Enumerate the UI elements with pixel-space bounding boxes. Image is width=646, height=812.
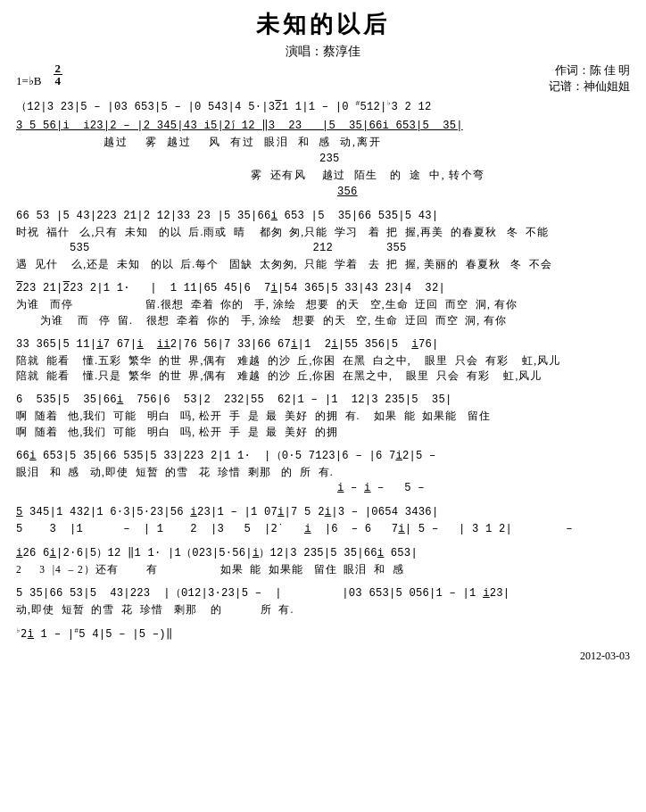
notation-2b: 235: [319, 151, 630, 168]
notation-4: 223 21|223 2|1 1· | 1 11|65 45|6 7i|54 3…: [16, 280, 630, 297]
lyric-3a: 时祝 福什 么,只有 未知 的以 后.雨或 晴 都匆 匆,只能 学习 着 把 握…: [16, 225, 630, 241]
music-row-9: i26 6i|2·6|5）12 ‖1 1· |1（023|5·56|i）12|3…: [16, 545, 630, 578]
notation-8a: 5 345|1 432|1 6·3|5·23|56 i23|1 – |1 07i…: [16, 504, 630, 521]
notation-10: 5 35|66 53|5 43|223 |（012|3·23|5 – | |03…: [16, 585, 630, 602]
notation-2: 3 5 56|i i23|2 – |2 345|43 i5|2̇）12 ‖3 2…: [16, 118, 630, 135]
lyric-4b: 为谁 而 停 留. 很想 牵着 你的 手, 涂绘 想要 的天 空, 生命 迂回 …: [16, 313, 630, 329]
lyric-7: 眼泪 和 感 动,即使 短暂 的雪 花 珍惜 剩那 的 所 有.: [16, 465, 630, 481]
performer-line: 演唱：蔡淳佳: [16, 43, 630, 61]
meta-row: 1=♭B 2 4 作词：陈 佳 明 记谱：神仙姐姐: [16, 62, 630, 95]
music-row-3: 66 53 |5 43|223 21|2 12|33 23 |5 35|66i …: [16, 208, 630, 273]
lyric-2: 越过 雾 越过 风 有过 眼泪 和 感 动,离开: [16, 135, 630, 151]
composer-line: 作词：陈 佳 明: [549, 62, 630, 79]
time-signature: 2 4: [54, 62, 63, 90]
notation-11: ♭2̇i 1 – |#5 4|5 – |5 –)‖: [16, 626, 630, 643]
music-row-4: 223 21|223 2|1 1· | 1 11|65 45|6 7i|54 3…: [16, 280, 630, 329]
key-time: 1=♭B 2 4: [16, 62, 62, 95]
music-row-2: 3 5 56|i i23|2 – |2 345|43 i5|2̇）12 ‖3 2…: [16, 118, 630, 200]
song-title: 未知的以后: [16, 9, 630, 41]
notation-2c: 356: [337, 184, 630, 201]
score-container: 未知的以后 演唱：蔡淳佳 1=♭B 2 4 作词：陈 佳 明 记谱：神仙姐姐 （…: [16, 9, 630, 663]
key-label: 1=♭B: [16, 74, 42, 87]
transcriber-line: 记谱：神仙姐姐: [549, 79, 630, 95]
music-row-6: 6 535|5 35|66i 756|6 53|2 232|55 62|1 – …: [16, 392, 630, 441]
lyric-10: 动,即使 短暂 的雪 花 珍惜 剩那 的 所 有.: [16, 602, 630, 618]
lyric-4a: 为谁 而停 留.很想 牵着 你的 手, 涂绘 想要 的天 空,生命 迂回 而空 …: [16, 297, 630, 313]
lyric-2b: 雾 还有风 越过 陌生 的 途 中, 转个弯: [16, 168, 630, 184]
lyric-6b: 啊 随着 他,我们 可能 明白 吗, 松开 手 是 最 美好 的拥: [16, 425, 630, 441]
lyric-3b: 遇 见什 么,还是 未知 的以 后.每个 固缺 太匆匆, 只能 学着 去 把 握…: [16, 257, 630, 273]
date-line: 2012-03-03: [16, 649, 630, 664]
notation-7b: i – i – 5 –: [337, 480, 630, 497]
music-row-5: 33 365|5 11|i7 67|i ii2|76 56|7 33|66 67…: [16, 336, 630, 385]
music-row-10: 5 35|66 53|5 43|223 |（012|3·23|5 – | |03…: [16, 585, 630, 618]
composer-transcriber: 作词：陈 佳 明 记谱：神仙姐姐: [549, 62, 630, 95]
music-row-11: ♭2̇i 1 – |#5 4|5 – |5 –)‖: [16, 626, 630, 643]
notation-8b: 5 3 |1 – | 1 2 |3 5 |2̇ i |6 – 6 7i| 5 –…: [16, 521, 630, 538]
music-row-1: （12|3 23|5 – |03 653|5 – |0 543|4 5·|321…: [16, 98, 630, 116]
notation-7: 66i 653|5 35|66 535|5 33|223 2|1 1· |（0·…: [16, 448, 630, 465]
notation-3: 66 53 |5 43|223 21|2 12|33 23 |5 35|66i …: [16, 208, 630, 225]
notation-1: （12|3 23|5 – |03 653|5 – |0 543|4 5·|321…: [16, 98, 630, 116]
notation-5: 33 365|5 11|i7 67|i ii2|76 56|7 33|66 67…: [16, 336, 630, 353]
notation-3b: 535212355: [70, 240, 630, 257]
score-body: （12|3 23|5 – |03 653|5 – |0 543|4 5·|321…: [16, 98, 630, 642]
lyric-5a: 陪就 能看 懂.五彩 繁华 的世 界,偶有 难越 的沙 丘,你困 在黑 白之中,…: [16, 353, 630, 369]
notation-9: i26 6i|2·6|5）12 ‖1 1· |1（023|5·56|i）12|3…: [16, 545, 630, 562]
music-row-8: 5 345|1 432|1 6·3|5·23|56 i23|1 – |1 07i…: [16, 504, 630, 538]
music-row-7: 66i 653|5 35|66 535|5 33|223 2|1 1· |（0·…: [16, 448, 630, 498]
lyric-6a: 啊 随着 他,我们 可能 明白 吗, 松开 手 是 最 美好 的拥 有. 如果 …: [16, 409, 630, 425]
notation-6: 6 535|5 35|66i 756|6 53|2 232|55 62|1 – …: [16, 392, 630, 409]
lyric-5b: 陪就 能看 懂.只是 繁华 的世 界,偶有 难越 的沙 丘,你困 在黑之中, 眼…: [16, 369, 630, 385]
lyric-9: 2 3 |4 – 2）还有 有 如果 能 如果能 留住 眼泪 和 感: [16, 562, 630, 578]
